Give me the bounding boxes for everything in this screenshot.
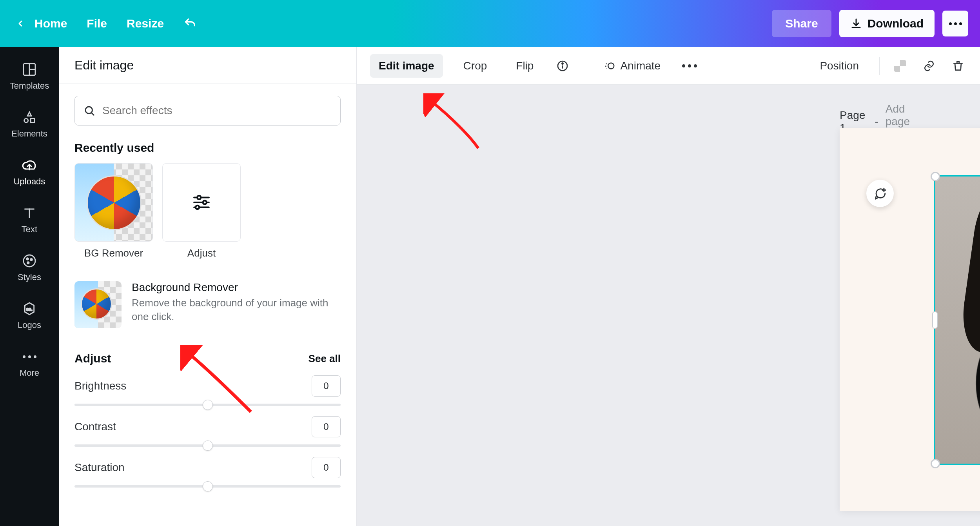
svg-point-16 (203, 200, 207, 204)
sliders-icon (192, 193, 211, 212)
slider-thumb[interactable] (203, 400, 213, 410)
resize-menu[interactable]: Resize (127, 17, 164, 30)
more-rail-icon (21, 348, 38, 365)
bg-remover-card-text: Background Remover Remove the background… (132, 281, 341, 324)
home-link[interactable]: Home (34, 17, 67, 30)
slider-contrast-value[interactable]: 0 (312, 416, 341, 437)
rail-more[interactable]: More (0, 341, 59, 385)
ctx-animate-label: Animate (620, 60, 661, 72)
more-icon (682, 64, 697, 67)
rail-templates[interactable]: Templates (0, 54, 59, 98)
elements-icon (21, 109, 38, 126)
slider-contrast-label: Contrast (74, 420, 116, 433)
resize-handle-tl[interactable] (931, 172, 940, 181)
svg-point-14 (197, 196, 201, 199)
ctx-more[interactable] (681, 57, 698, 75)
ctx-link[interactable] (920, 57, 938, 75)
search-input[interactable] (102, 104, 332, 117)
link-icon (923, 60, 935, 72)
svg-text:co.: co. (26, 306, 33, 311)
slider-saturation[interactable]: Saturation 0 (74, 457, 341, 488)
slider-brightness-track[interactable] (74, 404, 341, 406)
bg-remover-card-title: Background Remover (132, 281, 341, 294)
rail-text-label: Text (22, 224, 37, 235)
slider-brightness-value[interactable]: 0 (312, 375, 341, 397)
slider-saturation-track[interactable] (74, 485, 341, 488)
divider (879, 57, 880, 75)
rail-elements[interactable]: Elements (0, 102, 59, 146)
slider-saturation-value[interactable]: 0 (312, 457, 341, 478)
recently-used-row: BG Remover Adjust (74, 163, 341, 259)
rail-templates-label: Templates (10, 81, 49, 91)
recent-adjust[interactable]: Adjust (162, 163, 241, 259)
download-button[interactable]: Download (839, 10, 935, 37)
canvas-page[interactable] (840, 128, 980, 511)
resize-handle-l[interactable] (932, 311, 938, 329)
rail-styles[interactable]: Styles (0, 246, 59, 289)
slider-contrast[interactable]: Contrast 0 (74, 416, 341, 447)
search-effects-box[interactable] (74, 96, 341, 126)
topbar-more-button[interactable] (942, 11, 968, 36)
transparency-icon (894, 60, 906, 72)
svg-line-12 (92, 113, 94, 115)
ctx-position[interactable]: Position (811, 54, 867, 78)
slider-contrast-track[interactable] (74, 444, 341, 447)
recent-bg-remover[interactable]: BG Remover (74, 163, 153, 259)
ctx-animate[interactable]: Animate (595, 54, 669, 78)
svg-point-3 (24, 118, 28, 122)
app-root: Home File Resize Share Download Te (0, 0, 980, 526)
slider-thumb[interactable] (203, 440, 213, 451)
ctx-crop[interactable]: Crop (455, 54, 496, 78)
rail-logos-label: Logos (18, 320, 41, 330)
background-remover-card[interactable]: Background Remover Remove the background… (74, 281, 341, 328)
rail-uploads[interactable]: Uploads (0, 150, 59, 194)
svg-point-8 (27, 262, 29, 264)
rail-text[interactable]: Text (0, 198, 59, 242)
ctx-flip[interactable]: Flip (507, 54, 542, 78)
svg-point-22 (608, 63, 614, 69)
nav-rail: Templates Elements Uploads Text (0, 47, 59, 526)
sidepanel-body: Recently used BG Remover Adjust (59, 84, 356, 526)
svg-point-5 (24, 255, 35, 267)
more-icon (949, 22, 962, 25)
svg-point-21 (562, 63, 563, 64)
undo-icon[interactable] (183, 17, 197, 30)
slider-brightness[interactable]: Brightness 0 (74, 375, 341, 406)
comment-fab[interactable] (866, 180, 894, 207)
page-separator: - (875, 115, 878, 128)
svg-point-18 (196, 206, 199, 209)
svg-point-7 (31, 258, 33, 260)
main-area: Templates Elements Uploads Text (0, 47, 980, 526)
rail-elements-label: Elements (11, 129, 47, 139)
canvas-area: Edit image Crop Flip Animate Position (357, 47, 980, 526)
rail-logos[interactable]: co. Logos (0, 293, 59, 337)
download-icon (850, 18, 862, 29)
ctx-info[interactable] (554, 57, 571, 75)
resize-handle-bl[interactable] (931, 459, 940, 468)
rail-more-label: More (20, 368, 39, 378)
adjust-thumb (162, 163, 241, 242)
back-button[interactable]: Home (16, 17, 67, 30)
selected-image[interactable] (935, 177, 980, 464)
ctx-edit-image[interactable]: Edit image (370, 54, 443, 78)
templates-icon (21, 61, 38, 78)
ctx-delete[interactable] (949, 57, 967, 75)
trash-icon (952, 60, 964, 72)
sidepanel-title: Edit image (59, 47, 356, 84)
search-icon (83, 105, 95, 116)
recent-bg-remover-label: BG Remover (84, 247, 143, 259)
svg-point-6 (27, 258, 29, 260)
stage[interactable]: Page 1 - Add page title (357, 85, 980, 526)
slider-thumb[interactable] (203, 481, 213, 491)
recent-adjust-label: Adjust (187, 247, 216, 259)
top-bar: Home File Resize Share Download (0, 0, 980, 47)
uploads-icon (21, 157, 38, 173)
styles-icon (21, 253, 38, 269)
see-all-link[interactable]: See all (309, 353, 341, 365)
share-button[interactable]: Share (772, 10, 831, 37)
chevron-left-icon (16, 19, 25, 28)
slider-saturation-label: Saturation (74, 461, 125, 474)
bg-remover-card-thumb (74, 281, 122, 328)
file-menu[interactable]: File (87, 17, 107, 30)
ctx-transparency[interactable] (891, 57, 909, 75)
